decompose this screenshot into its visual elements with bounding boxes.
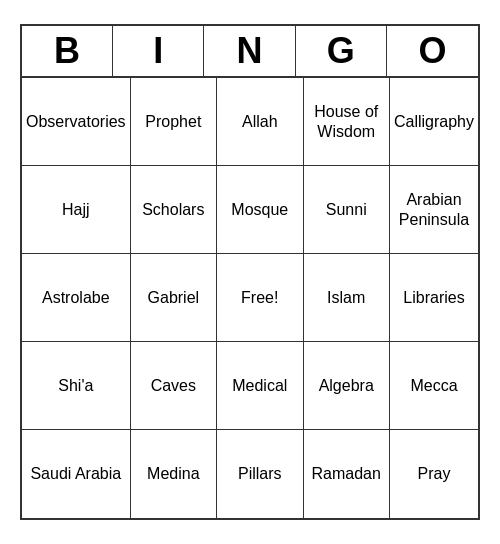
cell-text: Medina [147, 464, 199, 483]
bingo-cell: Scholars [131, 166, 217, 254]
cell-text: Observatories [26, 112, 126, 131]
cell-text: Islam [327, 288, 365, 307]
header-letter: G [296, 26, 387, 76]
bingo-cell: Libraries [390, 254, 478, 342]
cell-text: Scholars [142, 200, 204, 219]
bingo-cell: Prophet [131, 78, 217, 166]
bingo-cell: Ramadan [304, 430, 390, 518]
cell-text: Mecca [410, 376, 457, 395]
bingo-cell: Medical [217, 342, 303, 430]
bingo-cell: Astrolabe [22, 254, 131, 342]
bingo-cell: Algebra [304, 342, 390, 430]
bingo-cell: Pray [390, 430, 478, 518]
cell-text: Prophet [145, 112, 201, 131]
cell-text: Pray [418, 464, 451, 483]
cell-text: Algebra [319, 376, 374, 395]
cell-text: Arabian Peninsula [394, 190, 474, 228]
bingo-cell: Shi'a [22, 342, 131, 430]
cell-text: Ramadan [312, 464, 381, 483]
bingo-cell: Sunni [304, 166, 390, 254]
bingo-cell: Arabian Peninsula [390, 166, 478, 254]
cell-text: Hajj [62, 200, 90, 219]
cell-text: Allah [242, 112, 278, 131]
bingo-cell: Hajj [22, 166, 131, 254]
cell-text: Astrolabe [42, 288, 110, 307]
bingo-card: BINGO ObservatoriesProphetAllahHouse of … [20, 24, 480, 520]
bingo-cell: Mosque [217, 166, 303, 254]
bingo-cell: Caves [131, 342, 217, 430]
bingo-cell: Pillars [217, 430, 303, 518]
cell-text: Mosque [231, 200, 288, 219]
bingo-cell: Medina [131, 430, 217, 518]
cell-text: Pillars [238, 464, 282, 483]
cell-text: Saudi Arabia [30, 464, 121, 483]
cell-text: Medical [232, 376, 287, 395]
bingo-cell: Mecca [390, 342, 478, 430]
cell-text: Caves [151, 376, 196, 395]
bingo-cell: Saudi Arabia [22, 430, 131, 518]
cell-text: Free! [241, 288, 278, 307]
cell-text: Gabriel [148, 288, 200, 307]
bingo-grid: ObservatoriesProphetAllahHouse of Wisdom… [22, 78, 478, 518]
cell-text: Calligraphy [394, 112, 474, 131]
header-letter: I [113, 26, 204, 76]
header-letter: N [204, 26, 295, 76]
header-letter: O [387, 26, 478, 76]
cell-text: House of Wisdom [308, 102, 385, 140]
bingo-cell: Islam [304, 254, 390, 342]
cell-text: Sunni [326, 200, 367, 219]
cell-text: Libraries [403, 288, 464, 307]
bingo-cell: Observatories [22, 78, 131, 166]
bingo-cell: Allah [217, 78, 303, 166]
bingo-cell: Calligraphy [390, 78, 478, 166]
header-letter: B [22, 26, 113, 76]
cell-text: Shi'a [58, 376, 93, 395]
bingo-cell: Gabriel [131, 254, 217, 342]
bingo-cell: Free! [217, 254, 303, 342]
bingo-header: BINGO [22, 26, 478, 78]
bingo-cell: House of Wisdom [304, 78, 390, 166]
